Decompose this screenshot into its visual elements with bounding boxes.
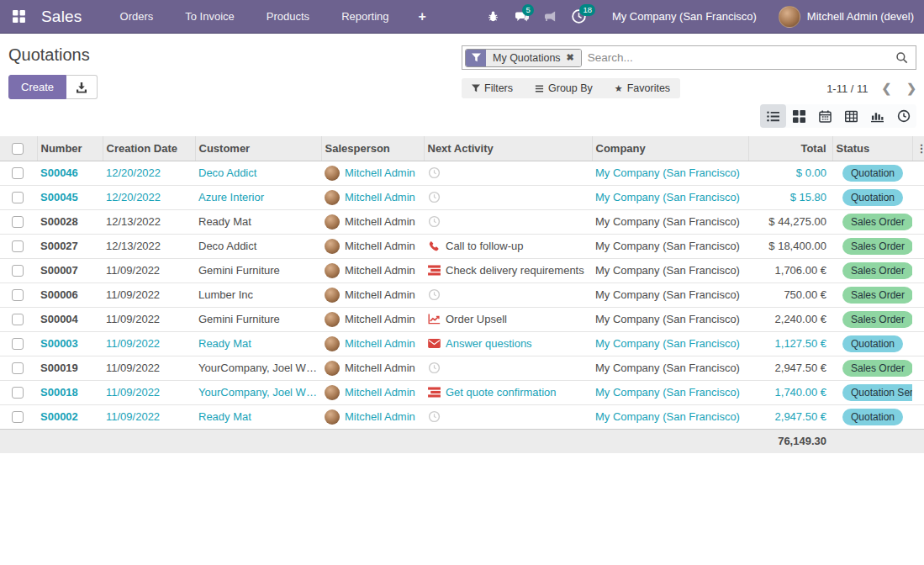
cell-customer: Gemini Furniture (195, 307, 321, 331)
search-input[interactable] (582, 51, 888, 64)
row-checkbox[interactable] (12, 387, 24, 399)
app-name[interactable]: Sales (41, 8, 82, 26)
chart-icon[interactable] (427, 314, 441, 325)
column-header-salesperson[interactable]: Salesperson (321, 136, 424, 161)
pager-previous-icon[interactable]: ❮ (882, 82, 892, 95)
cell-next-activity[interactable] (424, 404, 592, 429)
salesperson-avatar (325, 288, 340, 303)
view-activity-button[interactable] (890, 104, 916, 128)
tasks-icon[interactable] (427, 387, 441, 398)
row-checkbox[interactable] (12, 362, 24, 374)
cell-company: My Company (San Francisco) (592, 161, 748, 185)
view-kanban-button[interactable] (786, 104, 812, 128)
row-checkbox-cell (0, 356, 37, 380)
cell-total: 1,740.00 € (748, 380, 832, 404)
column-header-creation-date[interactable]: Creation Date (103, 136, 195, 161)
column-header-number[interactable]: Number (37, 136, 103, 161)
menu-products[interactable]: Products (251, 0, 325, 34)
group-by-button[interactable]: Group By (535, 82, 593, 94)
column-header-total[interactable]: Total (748, 136, 832, 161)
row-checkbox[interactable] (12, 411, 24, 423)
cell-next-activity[interactable] (424, 209, 592, 234)
table-row[interactable]: S0000411/09/2022Gemini FurnitureMitchell… (0, 307, 924, 331)
salesperson-avatar (325, 361, 340, 376)
table-row[interactable]: S0000711/09/2022Gemini FurnitureMitchell… (0, 258, 924, 282)
column-header-company[interactable]: Company (592, 136, 748, 161)
view-list-button[interactable] (760, 104, 786, 128)
phone-icon[interactable] (427, 240, 441, 252)
table-row[interactable]: S0000311/09/2022Ready MatMitchell AdminA… (0, 331, 924, 356)
table-row[interactable]: S0000611/09/2022Lumber IncMitchell Admin… (0, 282, 924, 307)
clock-icon[interactable] (427, 288, 441, 301)
status-badge: Quotation (842, 409, 903, 425)
column-header-customer[interactable]: Customer (195, 136, 321, 161)
menu-orders[interactable]: Orders (104, 0, 170, 34)
view-pivot-button[interactable] (838, 104, 864, 128)
table-footer-row: 76,149.30 (0, 429, 924, 453)
cell-next-activity[interactable]: Get quote confirmation (424, 380, 592, 404)
tasks-icon[interactable] (427, 265, 441, 276)
cell-salesperson: Mitchell Admin (321, 356, 424, 380)
cell-customer: YourCompany, Joel Willis (195, 356, 321, 380)
cell-creation-date: 11/09/2022 (103, 356, 195, 380)
cell-creation-date: 11/09/2022 (103, 307, 195, 331)
filters-button[interactable]: Filters (472, 82, 513, 94)
view-graph-button[interactable] (864, 104, 890, 128)
search-icon[interactable] (888, 51, 916, 64)
row-checkbox-cell (0, 209, 37, 234)
row-checkbox[interactable] (12, 265, 24, 277)
column-header-status[interactable]: Status (832, 136, 912, 161)
facet-remove-icon[interactable]: ✖ (567, 52, 574, 63)
row-checkbox[interactable] (12, 289, 24, 301)
create-button[interactable]: Create (8, 75, 66, 99)
select-all-checkbox[interactable] (12, 143, 24, 155)
row-checkbox[interactable] (12, 216, 24, 228)
clock-icon[interactable] (427, 166, 441, 179)
table-row[interactable]: S0004512/20/2022Azure InteriorMitchell A… (0, 185, 924, 209)
view-calendar-button[interactable] (812, 104, 838, 128)
company-switcher[interactable]: My Company (San Francisco) (612, 10, 757, 23)
apps-menu-icon[interactable] (0, 0, 38, 34)
envelope-icon[interactable] (427, 339, 441, 348)
clock-icon[interactable] (427, 410, 441, 423)
debug-bug-icon[interactable] (479, 0, 508, 34)
cell-next-activity[interactable]: Check delivery requirements (424, 258, 592, 282)
table-row[interactable]: S0001911/09/2022YourCompany, Joel Willis… (0, 356, 924, 380)
activities-clock-icon[interactable]: 18 (565, 0, 594, 34)
clock-icon[interactable] (427, 191, 441, 203)
cell-next-activity[interactable] (424, 161, 592, 185)
clock-icon[interactable] (427, 362, 441, 374)
cell-customer: Azure Interior (195, 185, 321, 209)
cell-next-activity[interactable]: Call to follow-up (424, 234, 592, 258)
table-row[interactable]: S0002812/13/2022Ready MatMitchell AdminM… (0, 209, 924, 234)
clock-icon[interactable] (427, 215, 441, 228)
cell-next-activity[interactable]: Order Upsell (424, 307, 592, 331)
favorites-button[interactable]: ★ Favorites (615, 82, 670, 94)
pager-next-icon[interactable]: ❯ (906, 82, 916, 95)
cell-salesperson: Mitchell Admin (321, 331, 424, 356)
extra-menu-plus-icon[interactable]: + (405, 0, 440, 34)
avatar[interactable] (779, 6, 800, 28)
row-checkbox[interactable] (12, 192, 24, 203)
cell-next-activity[interactable]: Answer questions (424, 331, 592, 356)
menu-to-invoice[interactable]: To Invoice (169, 0, 251, 34)
cell-next-activity[interactable] (424, 282, 592, 307)
row-checkbox[interactable] (12, 167, 24, 179)
cell-next-activity[interactable] (424, 356, 592, 380)
announcement-megaphone-icon[interactable] (536, 0, 565, 34)
row-checkbox[interactable] (12, 338, 24, 350)
table-row[interactable]: S0001811/09/2022YourCompany, Joel Willis… (0, 380, 924, 404)
table-row[interactable]: S0002712/13/2022Deco AddictMitchell Admi… (0, 234, 924, 258)
optional-columns-icon[interactable]: ⋮ (912, 136, 924, 161)
export-button[interactable] (66, 75, 98, 99)
menu-reporting[interactable]: Reporting (325, 0, 404, 34)
user-menu[interactable]: Mitchell Admin (devel) (807, 10, 914, 23)
messages-icon[interactable]: 5 (508, 0, 536, 34)
column-header-next-activity[interactable]: Next Activity (424, 136, 592, 161)
row-checkbox[interactable] (12, 240, 24, 252)
row-checkbox[interactable] (12, 314, 24, 325)
table-row[interactable]: S0000211/09/2022Ready MatMitchell AdminM… (0, 404, 924, 429)
table-body: S0004612/20/2022Deco AddictMitchell Admi… (0, 161, 924, 429)
table-row[interactable]: S0004612/20/2022Deco AddictMitchell Admi… (0, 161, 924, 185)
cell-next-activity[interactable] (424, 185, 592, 209)
